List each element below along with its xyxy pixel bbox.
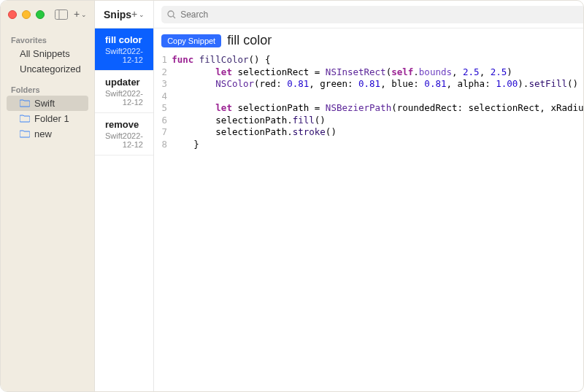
- titlebar: +⌄: [1, 1, 94, 28]
- copy-snippet-button[interactable]: Copy Snippet: [161, 34, 221, 47]
- code-content: let selectionPath = NSBezierPath(rounded…: [172, 102, 584, 115]
- code-line: 7 selectionPath.stroke(): [154, 126, 584, 139]
- close-window-button[interactable]: [8, 10, 17, 19]
- snippet-item-title: fill color: [105, 34, 143, 45]
- sidebar-item-uncategorized[interactable]: Uncategorized: [7, 61, 88, 77]
- snippet-item-date: 2022-12-12: [123, 89, 143, 107]
- line-number: 7: [154, 126, 172, 139]
- line-number: 3: [154, 78, 172, 91]
- code-content: func fillColor() {: [172, 54, 584, 66]
- snippet-item-title: remove: [105, 119, 143, 130]
- code-line: 3 NSColor(red: 0.81, green: 0.81, blue: …: [154, 78, 584, 91]
- sidebar-item-label: All Snippets: [20, 48, 70, 59]
- minimize-window-button[interactable]: [22, 10, 31, 19]
- code-content: let selectionRect = NSInsetRect(self.bou…: [172, 66, 584, 79]
- snippet-list-item[interactable]: updater Swift2022-12-12: [95, 71, 153, 113]
- code-content: selectionPath.stroke(): [172, 126, 584, 139]
- folder-icon: [20, 99, 30, 107]
- sidebar-item-label: new: [34, 128, 52, 139]
- code-content: NSColor(red: 0.81, green: 0.81, blue: 0.…: [172, 78, 584, 91]
- snippet-list-item[interactable]: remove Swift2022-12-12: [95, 113, 153, 155]
- detail-title-row: Copy Snippet fill color: [154, 28, 584, 53]
- sidebar-add-button[interactable]: +⌄: [74, 9, 87, 20]
- code-content: }: [172, 139, 584, 151]
- snippet-list-item[interactable]: fill color Swift2022-12-12: [95, 28, 153, 71]
- code-line: 5 let selectionPath = NSBezierPath(round…: [154, 102, 584, 115]
- sidebar-nav: Favorites All Snippets Uncategorized Fol…: [1, 28, 94, 145]
- svg-line-7: [173, 16, 175, 18]
- detail-pane: ⌄ Copy Snippet fill color 1func fillColo…: [154, 1, 584, 391]
- line-number: 6: [154, 115, 172, 127]
- sidebar-item-folder-1[interactable]: Folder 1: [7, 111, 88, 126]
- svg-point-6: [168, 11, 174, 17]
- snippet-list: fill color Swift2022-12-12updater Swift2…: [95, 28, 153, 155]
- app-window: +⌄ Favorites All Snippets Uncategorized …: [0, 0, 584, 392]
- folder-icon: [20, 130, 30, 138]
- snippet-title: fill color: [227, 33, 272, 48]
- line-number: 1: [154, 54, 172, 66]
- snippet-list-pane: Snips +⌄ fill color Swift2022-12-12updat…: [95, 1, 154, 391]
- zoom-window-button[interactable]: [36, 10, 45, 19]
- sidebar-item-label: Swift: [34, 98, 55, 109]
- code-line: 1func fillColor() {: [154, 54, 584, 66]
- svg-text:+: +: [131, 9, 137, 20]
- snippet-item-lang: Swift: [105, 131, 123, 149]
- sidebar-item-all-snippets[interactable]: All Snippets: [7, 46, 88, 61]
- traffic-lights: [8, 10, 45, 19]
- line-number: 8: [154, 139, 172, 151]
- sidebar: +⌄ Favorites All Snippets Uncategorized …: [1, 1, 95, 391]
- search-icon: [167, 10, 176, 19]
- line-number: 2: [154, 66, 172, 79]
- sidebar-item-swift[interactable]: Swift: [7, 96, 88, 111]
- search-field[interactable]: [161, 6, 584, 23]
- snippet-item-date: 2022-12-12: [123, 47, 143, 64]
- search-input[interactable]: [180, 9, 584, 20]
- sidebar-toggle-icon[interactable]: [55, 9, 68, 20]
- snippet-item-lang: Swift: [105, 89, 123, 107]
- code-content: selectionPath.fill(): [172, 115, 584, 127]
- code-line: 4: [154, 91, 584, 103]
- snippet-item-date: 2022-12-12: [123, 131, 143, 149]
- add-snippet-button[interactable]: +⌄: [131, 9, 145, 20]
- line-number: 4: [154, 91, 172, 103]
- detail-header: ⌄: [154, 1, 584, 28]
- svg-text:+: +: [74, 9, 80, 20]
- code-line: 2 let selectionRect = NSInsetRect(self.b…: [154, 66, 584, 79]
- snippet-list-header: Snips +⌄: [95, 1, 153, 28]
- code-editor[interactable]: 1func fillColor() {2 let selectionRect =…: [154, 53, 584, 391]
- svg-rect-0: [55, 10, 68, 20]
- svg-text:⌄: ⌄: [81, 11, 87, 18]
- sidebar-item-label: Folder 1: [34, 113, 69, 124]
- line-number: 5: [154, 102, 172, 115]
- snippet-item-lang: Swift: [105, 47, 123, 64]
- sidebar-section-folders: Folders: [7, 81, 88, 96]
- code-line: 8 }: [154, 139, 584, 151]
- sidebar-item-label: Uncategorized: [20, 64, 81, 74]
- snippet-list-title: Snips: [104, 9, 131, 20]
- sidebar-item-new[interactable]: new: [7, 126, 88, 142]
- snippet-item-title: updater: [105, 77, 143, 88]
- code-line: 6 selectionPath.fill(): [154, 115, 584, 127]
- sidebar-section-favorites: Favorites: [7, 31, 88, 46]
- folder-icon: [20, 115, 30, 123]
- code-content: [172, 91, 584, 103]
- svg-text:⌄: ⌄: [139, 11, 145, 18]
